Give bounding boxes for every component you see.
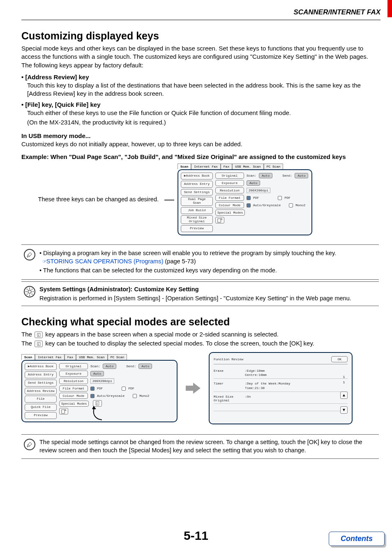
btn-send-settings-2[interactable]: Send Settings [25, 380, 57, 387]
section-heading-customizing: Customizing displayed keys [21, 30, 379, 42]
svg-marker-12 [186, 382, 201, 394]
btn-file-2[interactable]: File [25, 396, 57, 403]
btn-address-review-2[interactable]: Address Review [25, 388, 57, 395]
row-exposure-2[interactable]: Exposure [59, 371, 88, 377]
bullet-address-review-body: Touch this key to display a list of the … [27, 81, 379, 98]
review-row-timer-val: Day of the Week:Monday Time:21:30 [245, 382, 290, 389]
tab-pc-scan[interactable]: PC Scan [264, 164, 284, 169]
tab-scan[interactable]: Scan [178, 164, 191, 169]
val-resolution-2: 200X200dpi [90, 378, 114, 384]
row-special-modes-2[interactable]: Special Modes [59, 401, 89, 407]
note-box-2: The special mode settings cannot be chan… [21, 434, 379, 459]
btn-dual-page-scan[interactable]: Dual Page Scan [181, 197, 213, 206]
row-original[interactable]: Original [215, 173, 244, 179]
pdf-bw-icon-2 [122, 387, 126, 391]
note1-bullet2: • The functions that can be selected for… [39, 266, 336, 274]
val-fileformat-2b: PDF [128, 387, 134, 390]
tab-internet-fax[interactable]: Internet Fax [191, 164, 221, 169]
val-fileformat-1: PDF [253, 196, 259, 200]
btn-preview-2[interactable]: Preview [25, 412, 57, 419]
svg-rect-10 [97, 403, 97, 405]
svg-rect-9 [97, 402, 97, 403]
ok-button[interactable]: OK [331, 356, 348, 362]
row-exposure[interactable]: Exposure [215, 180, 244, 186]
pencil-icon-2 [24, 439, 35, 450]
left-button-column: ▶Address Book Address Entry Send Setting… [181, 173, 213, 232]
tab-scan-2[interactable]: Scan [21, 354, 35, 360]
intro-paragraph: Special mode keys and other keys can be … [21, 44, 379, 69]
btn-address-book-2[interactable]: ▶Address Book [25, 363, 57, 370]
info-icon-inline-2 [35, 341, 43, 347]
btn-address-entry-2[interactable]: Address Entry [25, 371, 57, 378]
val-scan: Auto [259, 173, 272, 178]
row-file-format-2[interactable]: File Format [59, 385, 88, 391]
pdf-bw-icon [278, 196, 282, 200]
bullet-file-key-body1: Touch either of these keys to use the Fi… [27, 109, 379, 117]
pdf-color-icon [247, 196, 251, 200]
gear-icon [24, 286, 35, 297]
svg-rect-3 [38, 334, 39, 334]
val-resolution: 200X200dpi [247, 188, 270, 193]
tab-internet-fax-2[interactable]: Internet Fax [35, 354, 65, 360]
info-icon-inline-1 [35, 332, 43, 338]
svg-rect-0 [218, 219, 221, 222]
expand-icon-button-2[interactable] [59, 408, 68, 415]
review-row-timer-label: Timer [214, 382, 242, 385]
review-row-empty1 [214, 405, 348, 411]
review-row-erase-label: Erase [214, 369, 242, 373]
tab-fax[interactable]: Fax [221, 164, 232, 169]
btn-address-entry[interactable]: Address Entry [181, 181, 213, 188]
btn-send-settings[interactable]: Send Settings [181, 189, 213, 196]
tab-pc-scan-2[interactable]: PC Scan [108, 354, 127, 360]
contents-button[interactable]: Contents [329, 532, 385, 546]
btn-mixed-size-original[interactable]: Mixed Size Original [181, 215, 213, 224]
val-colour-2b: Mono2 [139, 394, 149, 398]
page-indicator-top: 1 [343, 375, 345, 379]
label-scan: Scan: [247, 174, 256, 177]
pdf-color-icon-2 [90, 387, 95, 391]
svg-rect-6 [38, 343, 39, 343]
expand-icon-button[interactable] [215, 217, 224, 223]
row-file-format[interactable]: File Format [215, 195, 244, 201]
btn-quick-file-2[interactable]: Quick File [25, 404, 57, 411]
val-colour-1: Auto/Greyscale [253, 203, 281, 207]
note1-link-suffix: (page 5-73) [163, 258, 196, 265]
row-colour-mode[interactable]: Colour Mode [215, 202, 244, 208]
tab-usb-mem-scan[interactable]: USB Mem. Scan [232, 164, 263, 169]
svg-rect-4 [38, 335, 39, 336]
scroll-down-button[interactable]: ▼ [340, 406, 348, 414]
btn-preview[interactable]: Preview [181, 225, 213, 232]
svg-rect-2 [37, 333, 40, 336]
review-row-erase-val: Edge:10mm Centre:10mm [245, 369, 267, 377]
btn-job-build[interactable]: Job Build [181, 207, 213, 214]
usb-mode-body: Customized keys do not initially appear,… [21, 140, 379, 148]
svg-rect-7 [38, 344, 39, 345]
label-send: Send: [282, 174, 292, 177]
note-box-1: • Displaying a program key in the base s… [21, 244, 379, 280]
example-heading: Example: When "Dual Page Scan", "Job Bui… [21, 153, 379, 160]
flow-arrow-icon [185, 382, 201, 394]
tab-fax-2[interactable]: Fax [65, 354, 76, 360]
svg-rect-11 [62, 410, 65, 413]
admin-note-box: System Settings (Administrator): Customi… [21, 281, 379, 306]
mono-icon [289, 203, 293, 207]
row-resolution[interactable]: Resolution [215, 187, 244, 193]
val-colour-2: Mono2 [295, 203, 305, 207]
val-fileformat-2: PDF [284, 196, 290, 200]
row-colour-mode-2[interactable]: Colour Mode [59, 393, 88, 399]
label-scan-2: Scan: [90, 364, 100, 368]
panel-tabs: Scan Internet Fax Fax USB Mem. Scan PC S… [178, 164, 312, 169]
val-send-2: Auto [138, 364, 152, 369]
btn-address-book[interactable]: ▶Address Book [181, 173, 213, 180]
tab-usb-mem-scan-2[interactable]: USB Mem. Scan [76, 354, 107, 360]
example-caption: These three keys can be changed as desir… [21, 196, 161, 204]
val-colour-1b: Auto/Greyscale [97, 394, 125, 398]
checking-line1: The key appears in the base screen when … [21, 330, 379, 339]
row-special-modes[interactable]: Special Modes [215, 210, 245, 216]
note1-link[interactable]: ☞STORING SCAN OPERATIONS (Programs) [43, 258, 163, 265]
page-header: SCANNER/INTERNET FAX [0, 0, 392, 19]
row-original-2[interactable]: Original [59, 363, 88, 369]
row-resolution-2[interactable]: Resolution [59, 378, 88, 384]
scroll-up-button[interactable]: ▲ [340, 391, 348, 399]
bullet-file-key-head: • [File] key, [Quick File] key [21, 101, 379, 108]
